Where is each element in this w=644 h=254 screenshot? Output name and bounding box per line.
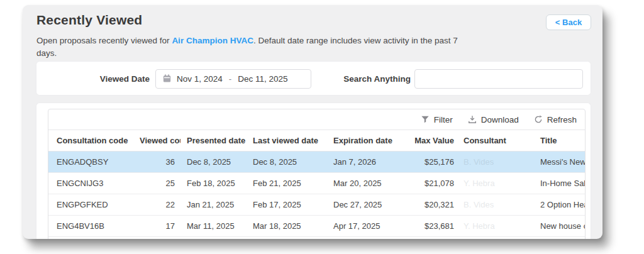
table-row[interactable]: ENG4BV16B 17 Mar 11, 2025 Mar 18, 2025 A… xyxy=(48,215,586,236)
description-prefix: Open proposals recently viewed for xyxy=(36,36,172,45)
download-icon xyxy=(468,115,477,124)
col-header-last-viewed-date[interactable]: Last viewed date xyxy=(250,130,328,151)
filter-bar: Viewed Date Nov 1, 2024 - Dec 11, 2025 S… xyxy=(36,61,591,96)
cell-consultant: B. Vides xyxy=(457,151,533,172)
cell-viewed-count: 17 xyxy=(140,215,180,236)
cell-consultant: B. Vides xyxy=(457,194,533,215)
cell-expiration-date: Jan 7, 2026 xyxy=(328,151,410,172)
proposals-grid: Filter Download xyxy=(48,109,586,239)
viewed-date-label: Viewed Date xyxy=(36,74,150,84)
cell-title: Messi's New Ho xyxy=(533,151,586,172)
viewed-date-separator: - xyxy=(228,74,233,84)
refresh-icon xyxy=(534,115,543,124)
cell-consultant: Y. Hebra xyxy=(457,172,533,194)
cell-last-viewed-date: Mar 18, 2025 xyxy=(250,215,328,236)
cell-viewed-count: 25 xyxy=(140,172,180,194)
cell-max-value: $20,321 xyxy=(410,194,457,215)
proposals-table: Consultation code Viewed count Presented… xyxy=(48,130,586,237)
cell-presented-date: Mar 11, 2025 xyxy=(180,215,250,236)
table-header-row: Consultation code Viewed count Presented… xyxy=(48,130,586,151)
col-header-viewed-count[interactable]: Viewed count xyxy=(140,130,180,151)
refresh-button-label: Refresh xyxy=(547,115,577,124)
cell-consultation-code: ENGPGFKED xyxy=(48,194,140,215)
cell-consultation-code: ENGCNIJG3 xyxy=(48,172,140,194)
col-header-expiration-date[interactable]: Expiration date xyxy=(328,130,410,151)
col-header-max-value[interactable]: Max Value xyxy=(410,130,457,151)
cell-title: In-Home Sales xyxy=(533,172,586,194)
table-row[interactable]: ENGCNIJG3 25 Feb 18, 2025 Feb 21, 2025 M… xyxy=(48,172,586,194)
description-rest: . Default date range includes view activ… xyxy=(253,36,458,45)
cell-consultation-code: ENGADQBSY xyxy=(48,151,140,172)
grid-toolbar: Filter Download xyxy=(48,109,585,130)
filter-button[interactable]: Filter xyxy=(421,115,453,124)
description-line2: days. xyxy=(36,48,57,58)
cell-max-value: $23,681 xyxy=(410,215,457,236)
download-button-label: Download xyxy=(481,115,519,124)
page-description: Open proposals recently viewed for Air C… xyxy=(36,35,458,60)
search-anything-label: Search Anything xyxy=(297,74,411,84)
filter-button-label: Filter xyxy=(434,115,453,124)
col-header-consultation-code[interactable]: Consultation code xyxy=(48,130,140,151)
cell-consultant: Y. Hebra xyxy=(457,215,533,236)
table-row[interactable]: ENGADQBSY 36 Dec 8, 2025 Dec 8, 2025 Jan… xyxy=(48,151,586,172)
viewed-date-from: Nov 1, 2024 xyxy=(177,74,223,84)
cell-presented-date: Dec 8, 2025 xyxy=(180,151,250,172)
cell-expiration-date: Dec 27, 2025 xyxy=(328,194,410,215)
cell-max-value: $21,078 xyxy=(410,172,457,194)
search-anything-input[interactable] xyxy=(414,69,583,89)
cell-viewed-count: 22 xyxy=(140,194,180,215)
cell-max-value: $25,176 xyxy=(410,151,457,172)
back-button[interactable]: < Back xyxy=(546,14,591,30)
cell-expiration-date: Apr 17, 2025 xyxy=(328,215,410,236)
viewed-date-to: Dec 11, 2025 xyxy=(238,74,287,84)
download-button[interactable]: Download xyxy=(468,115,519,124)
cell-viewed-count: 36 xyxy=(140,151,180,172)
page-title: Recently Viewed xyxy=(36,13,142,28)
recently-viewed-panel: Recently Viewed < Back Open proposals re… xyxy=(23,5,602,239)
cell-title: 2 Option Heat P xyxy=(533,194,586,215)
client-link[interactable]: Air Champion HVAC xyxy=(172,36,253,45)
refresh-button[interactable]: Refresh xyxy=(534,115,577,124)
col-header-consultant[interactable]: Consultant xyxy=(457,130,533,151)
table-card: Filter Download xyxy=(36,102,591,239)
table-row[interactable]: ENGPGFKED 22 Jan 21, 2025 Feb 17, 2025 D… xyxy=(48,194,586,215)
cell-last-viewed-date: Feb 17, 2025 xyxy=(250,194,328,215)
cell-expiration-date: Mar 20, 2025 xyxy=(328,172,410,194)
cell-last-viewed-date: Feb 21, 2025 xyxy=(250,172,328,194)
cell-presented-date: Feb 18, 2025 xyxy=(180,172,250,194)
cell-last-viewed-date: Dec 8, 2025 xyxy=(250,151,328,172)
cell-consultation-code: ENG4BV16B xyxy=(48,215,140,236)
funnel-icon xyxy=(421,115,430,124)
cell-title: New house on 1 xyxy=(533,215,586,236)
col-header-title[interactable]: Title xyxy=(533,130,586,151)
col-header-presented-date[interactable]: Presented date xyxy=(180,130,250,151)
viewed-date-input[interactable]: Nov 1, 2024 - Dec 11, 2025 xyxy=(155,69,311,89)
calendar-icon xyxy=(162,74,172,85)
cell-presented-date: Jan 21, 2025 xyxy=(180,194,250,215)
